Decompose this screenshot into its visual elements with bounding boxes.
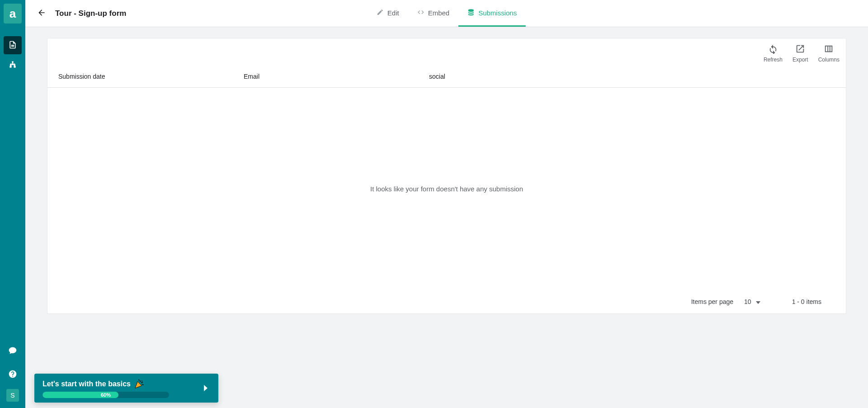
columns-label: Columns	[818, 57, 840, 63]
document-icon	[8, 40, 17, 51]
refresh-icon	[768, 44, 778, 55]
export-icon	[795, 44, 805, 55]
column-header-social[interactable]: social	[429, 73, 835, 80]
tab-embed[interactable]: Embed	[408, 0, 459, 27]
columns-button[interactable]: Columns	[818, 44, 840, 63]
svg-rect-1	[9, 66, 11, 67]
code-icon	[417, 9, 425, 17]
tab-edit[interactable]: Edit	[368, 0, 408, 27]
tab-label: Embed	[428, 9, 450, 17]
svg-rect-0	[12, 61, 13, 62]
tab-label: Submissions	[478, 9, 517, 17]
sidebar-item-chat[interactable]	[4, 342, 22, 360]
content-area: Refresh Export Columns	[25, 27, 868, 408]
header-tabs: Edit Embed Submissions	[368, 0, 526, 27]
columns-icon	[824, 44, 834, 55]
table-footer: Items per page 10 1 - 0 items	[47, 290, 846, 313]
onboarding-bubble[interactable]: Let's start with the basics 60%	[34, 374, 218, 403]
avatar-initial: S	[10, 392, 14, 399]
app-logo-letter: a	[9, 7, 16, 21]
onboarding-title: Let's start with the basics	[42, 380, 131, 388]
sidebar-item-structure[interactable]	[4, 56, 22, 74]
progress-percent: 60%	[101, 392, 111, 398]
sitemap-icon	[8, 60, 17, 71]
table-header-row: Submission date Email social	[47, 66, 846, 88]
submissions-card: Refresh Export Columns	[47, 38, 846, 314]
svg-rect-2	[14, 66, 16, 67]
app-logo[interactable]: a	[4, 4, 22, 24]
back-button[interactable]	[36, 8, 47, 19]
chevron-down-icon	[756, 298, 760, 305]
sidebar-item-forms[interactable]	[4, 36, 22, 54]
party-popper-icon	[134, 379, 144, 389]
sidebar: a	[0, 0, 25, 408]
page-title: Tour - Sign-up form	[55, 9, 126, 18]
empty-state-text: It looks like your form doesn't have any…	[370, 185, 523, 193]
column-header-date[interactable]: Submission date	[58, 73, 244, 80]
onboarding-expand[interactable]	[201, 385, 210, 393]
tab-label: Edit	[387, 9, 399, 17]
items-per-page-select[interactable]: 10	[744, 298, 760, 305]
chat-icon	[8, 346, 17, 356]
items-per-page-value: 10	[744, 298, 751, 305]
export-button[interactable]: Export	[793, 44, 808, 63]
export-label: Export	[793, 57, 808, 63]
pagination-range: 1 - 0 items	[792, 298, 821, 305]
user-avatar[interactable]: S	[6, 389, 19, 402]
column-header-email[interactable]: Email	[244, 73, 429, 80]
progress-bar: 60%	[42, 392, 169, 398]
edit-icon	[377, 9, 384, 17]
refresh-label: Refresh	[764, 57, 783, 63]
header: Tour - Sign-up form Edit Embed	[25, 0, 868, 27]
tab-submissions[interactable]: Submissions	[458, 0, 526, 27]
database-icon	[467, 9, 475, 17]
card-toolbar: Refresh Export Columns	[47, 38, 846, 66]
arrow-left-icon	[37, 8, 46, 19]
help-icon	[8, 370, 17, 380]
svg-point-3	[142, 381, 142, 382]
empty-state: It looks like your form doesn't have any…	[47, 88, 846, 290]
chevron-right-icon	[203, 385, 208, 393]
refresh-button[interactable]: Refresh	[764, 44, 783, 63]
sidebar-item-help[interactable]	[4, 365, 22, 384]
items-per-page-label: Items per page	[691, 298, 733, 305]
